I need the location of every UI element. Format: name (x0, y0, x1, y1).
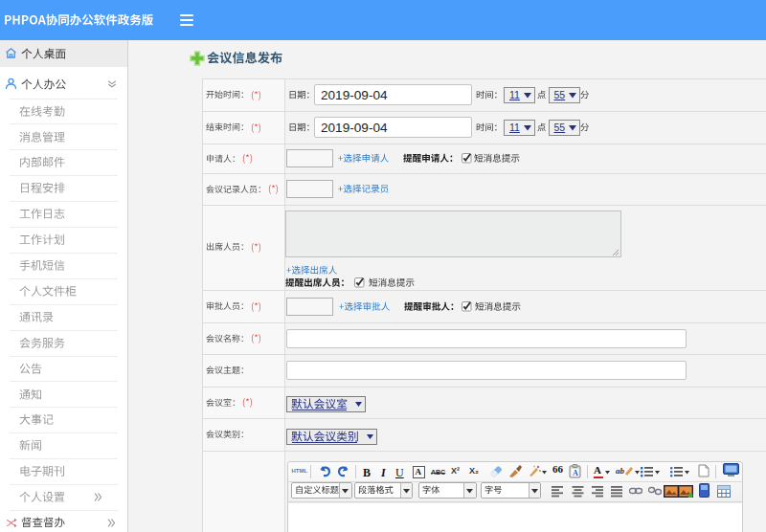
svg-text:A: A (573, 469, 578, 477)
